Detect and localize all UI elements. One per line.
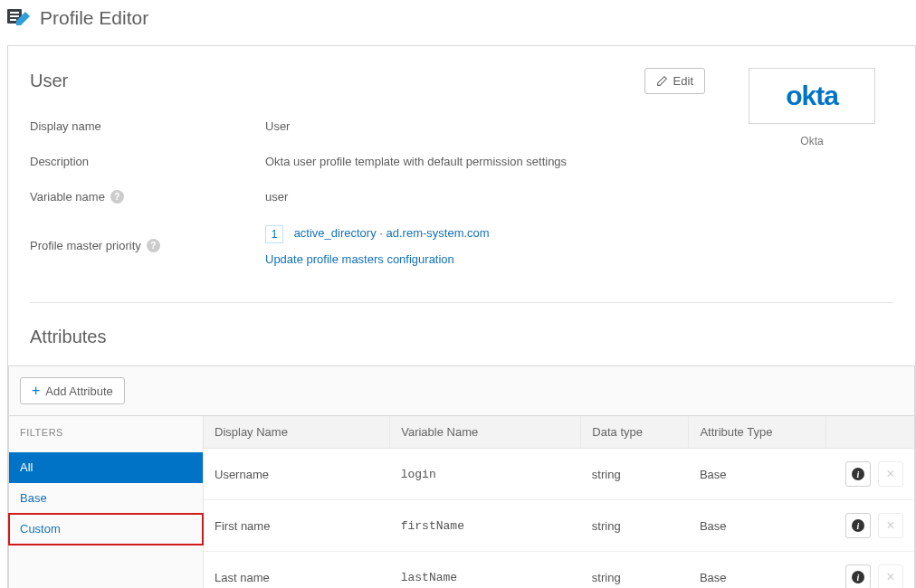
delete-button: × (878, 564, 903, 588)
description-value: Okta user profile template with default … (265, 155, 705, 168)
main-card: User Edit Display name User Description … (7, 45, 916, 588)
plus-icon: + (32, 384, 40, 398)
master-directory-link[interactable]: active_directory · ad.rem-system.com (294, 226, 490, 240)
close-icon: × (886, 570, 894, 584)
col-attribute-type: Attribute Type (689, 416, 826, 449)
table-row: Last namelastNamestringBasei× (204, 552, 914, 589)
info-icon: i (852, 468, 864, 480)
cell-data-type: string (581, 552, 689, 589)
pencil-icon (656, 75, 668, 87)
delete-button: × (878, 513, 903, 538)
svg-rect-1 (10, 12, 19, 14)
table-row: UsernameloginstringBasei× (204, 449, 914, 500)
variable-name-value: user (265, 190, 705, 204)
close-icon: × (886, 518, 894, 533)
cell-data-type: string (581, 500, 689, 552)
page-title: Profile Editor (40, 7, 148, 29)
info-icon: i (852, 571, 864, 583)
filter-custom[interactable]: Custom (9, 514, 203, 545)
description-label: Description (30, 155, 265, 168)
filters-header: FILTERS (9, 416, 203, 449)
cell-attribute-type: Base (689, 449, 826, 500)
filters-sidebar: FILTERS AllBaseCustom (9, 416, 204, 588)
cell-attribute-type: Base (689, 552, 826, 589)
table-row: First namefirstNamestringBasei× (204, 500, 914, 552)
variable-name-label: Variable name ? (30, 190, 265, 204)
cell-attribute-type: Base (689, 500, 826, 552)
col-display-name: Display Name (204, 416, 390, 449)
col-data-type: Data type (581, 416, 689, 449)
col-variable-name: Variable Name (390, 416, 581, 449)
col-actions (826, 416, 914, 449)
cell-display-name: Last name (204, 552, 390, 589)
cell-data-type: string (581, 449, 689, 500)
display-name-label: Display name (30, 119, 265, 133)
update-masters-link[interactable]: Update profile masters configuration (265, 252, 454, 266)
info-button[interactable]: i (845, 564, 871, 588)
cell-variable-name: lastName (390, 552, 581, 589)
filter-base[interactable]: Base (9, 483, 203, 514)
add-attribute-button[interactable]: + Add Attribute (20, 377, 125, 404)
master-priority-label: Profile master priority ? (30, 225, 265, 266)
attributes-panel: + Add Attribute FILTERS AllBaseCustom Di… (8, 365, 915, 588)
svg-rect-3 (10, 19, 16, 21)
delete-button: × (878, 461, 903, 487)
help-icon[interactable]: ? (147, 239, 160, 252)
filter-all[interactable]: All (9, 452, 203, 483)
cell-variable-name: login (390, 449, 581, 500)
cell-display-name: Username (204, 449, 390, 500)
close-icon: × (886, 467, 894, 481)
okta-logo: okta (749, 68, 875, 124)
info-button[interactable]: i (845, 513, 871, 538)
attributes-title: Attributes (30, 327, 893, 347)
add-attribute-label: Add Attribute (45, 384, 112, 398)
display-name-value: User (265, 119, 705, 133)
info-button[interactable]: i (845, 461, 871, 487)
cell-display-name: First name (204, 500, 390, 552)
edit-button[interactable]: Edit (644, 68, 705, 94)
svg-rect-2 (10, 15, 19, 17)
section-divider (30, 302, 893, 303)
priority-number: 1 (265, 225, 283, 243)
help-icon[interactable]: ? (110, 190, 124, 204)
user-section-title: User (30, 71, 68, 91)
attributes-table: Display Name Variable Name Data type Att… (204, 416, 914, 588)
cell-variable-name: firstName (390, 500, 581, 552)
edit-button-label: Edit (673, 74, 693, 88)
okta-logo-caption: Okta (730, 135, 893, 147)
info-icon: i (852, 519, 864, 532)
profile-editor-icon (7, 8, 31, 28)
